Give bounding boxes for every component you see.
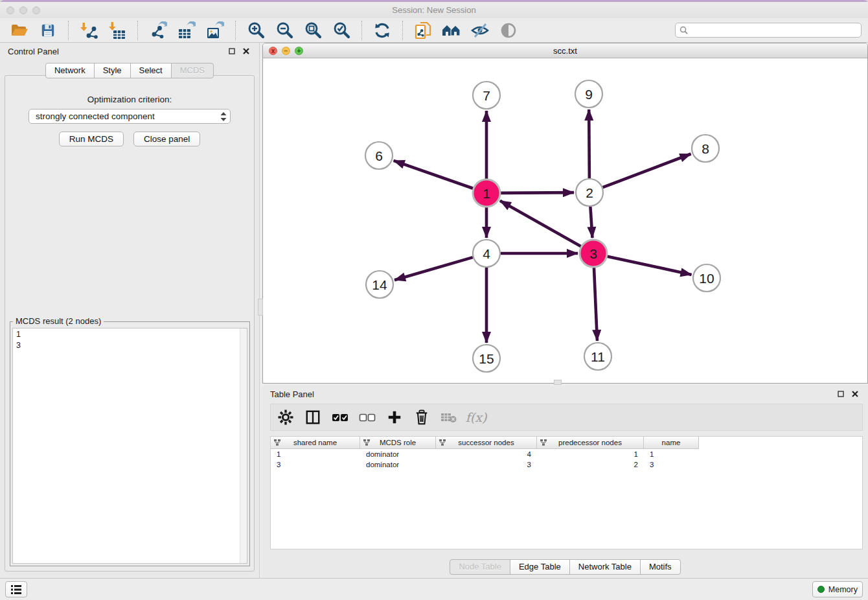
new-network-from-selection-button[interactable]	[410, 20, 436, 41]
deselect-all-button[interactable]	[358, 408, 377, 427]
close-panel-action-button[interactable]: Close panel	[133, 132, 200, 146]
table-cell[interactable]: 3	[644, 461, 698, 468]
task-history-button[interactable]	[5, 581, 27, 597]
tab-style[interactable]: Style	[94, 63, 131, 78]
node-label: 2	[586, 185, 593, 200]
select-all-button[interactable]	[330, 408, 350, 427]
search-field[interactable]	[675, 23, 862, 38]
table-cell[interactable]: 1	[271, 450, 360, 458]
criterion-dropdown[interactable]: strongly connected component	[29, 109, 231, 124]
graph-node-6[interactable]: 6	[365, 142, 393, 169]
table-cell[interactable]: dominator	[360, 450, 436, 458]
column-header-shared-name[interactable]: shared name	[271, 437, 360, 448]
graph-node-7[interactable]: 7	[473, 82, 500, 109]
graph-node-3[interactable]: 3	[580, 240, 607, 267]
graph-edge-2-8[interactable]	[603, 154, 691, 188]
table-cell[interactable]: dominator	[360, 461, 436, 468]
close-window-button[interactable]	[6, 6, 14, 14]
zoom-out-button[interactable]	[271, 20, 297, 41]
graph-edge-4-14[interactable]	[394, 257, 473, 280]
close-view-button[interactable]: x	[269, 47, 277, 55]
splitter-handle-vertical[interactable]	[258, 299, 263, 316]
table-cell[interactable]: 3	[271, 461, 360, 468]
table-settings-button[interactable]	[276, 408, 295, 427]
graph-node-10[interactable]: 10	[693, 264, 720, 292]
table-cell[interactable]: 4	[436, 450, 537, 458]
import-table-button[interactable]	[104, 20, 130, 41]
graph-node-14[interactable]: 14	[366, 271, 393, 298]
column-header-name[interactable]: name	[644, 437, 698, 448]
splitter-handle-horizontal[interactable]	[554, 380, 562, 385]
hierarchy-icon	[540, 439, 547, 446]
graph-edge-3-10[interactable]	[607, 257, 691, 275]
refresh-layout-button[interactable]	[369, 20, 395, 41]
table-cell[interactable]: 1	[537, 450, 644, 458]
add-column-button[interactable]	[385, 408, 404, 427]
graph-node-9[interactable]: 9	[575, 80, 602, 108]
graph-edge-2-3[interactable]	[590, 207, 592, 238]
zoom-window-button[interactable]	[32, 6, 40, 14]
column-header-successor-nodes[interactable]: successor nodes	[436, 437, 537, 448]
tab-mcds[interactable]: MCDS	[171, 63, 214, 78]
table-row[interactable]: 3dominator323	[271, 459, 862, 470]
network-canvas[interactable]: 1234678910111415	[263, 58, 867, 383]
minimize-window-button[interactable]	[19, 6, 27, 14]
table-cell[interactable]: 1	[644, 450, 698, 458]
close-table-panel-button[interactable]	[850, 389, 860, 399]
graph-edge-1-2[interactable]	[501, 192, 574, 193]
open-session-button[interactable]	[6, 20, 32, 41]
graph-node-2[interactable]: 2	[576, 179, 603, 206]
zoom-fit-button[interactable]	[300, 20, 326, 41]
delete-columns-button[interactable]	[412, 408, 431, 427]
graph-node-8[interactable]: 8	[692, 135, 719, 162]
graph-edge-3-1[interactable]	[500, 201, 581, 246]
zoom-selected-button[interactable]	[328, 20, 354, 41]
import-network-button[interactable]	[76, 20, 102, 41]
table-cell[interactable]: 3	[436, 461, 537, 468]
graph-node-4[interactable]: 4	[473, 240, 500, 267]
graph-edge-1-6[interactable]	[394, 161, 474, 189]
graph-node-11[interactable]: 11	[584, 343, 611, 370]
graph-edge-2-9[interactable]	[589, 110, 589, 178]
zoom-view-button[interactable]: +	[295, 47, 303, 55]
column-header-predecessor-nodes[interactable]: predecessor nodes	[537, 437, 644, 448]
export-table-button[interactable]	[174, 20, 200, 41]
export-image-button[interactable]	[202, 20, 228, 41]
control-panel-title: Control Panel	[8, 47, 59, 56]
graph-edge-3-11[interactable]	[594, 268, 597, 341]
tab-edge-table[interactable]: Edge Table	[510, 559, 570, 575]
mcds-result-text[interactable]: 13	[12, 328, 247, 564]
tab-network-table[interactable]: Network Table	[569, 559, 641, 575]
function-builder-button[interactable]: f(x)	[466, 408, 486, 427]
tab-motifs[interactable]: Motifs	[640, 559, 681, 575]
run-mcds-button[interactable]: Run MCDS	[59, 132, 124, 146]
table-cell[interactable]: 2	[537, 461, 644, 468]
graph-node-15[interactable]: 15	[473, 345, 500, 372]
graph-node-1[interactable]: 1	[473, 179, 500, 207]
first-neighbors-button[interactable]	[439, 20, 464, 41]
node-table[interactable]: shared nameMCDS rolesuccessor nodesprede…	[270, 436, 863, 549]
result-scrollbar[interactable]	[240, 329, 247, 563]
split-panel-button[interactable]	[303, 408, 323, 427]
show-all-button[interactable]	[496, 20, 521, 41]
table-row[interactable]: 1dominator411	[271, 449, 862, 459]
zoom-in-button[interactable]	[243, 20, 269, 41]
float-table-panel-button[interactable]	[836, 389, 846, 399]
search-input[interactable]	[691, 25, 857, 36]
hide-selected-button[interactable]	[467, 20, 493, 41]
status-bar: Memory	[0, 578, 868, 600]
minimize-view-button[interactable]: −	[282, 47, 290, 55]
memory-button[interactable]: Memory	[812, 581, 863, 597]
list-icon	[10, 584, 22, 595]
export-network-button[interactable]	[145, 20, 171, 41]
delete-table-button[interactable]	[439, 408, 459, 427]
column-header-mcds-role[interactable]: MCDS role	[360, 437, 436, 448]
save-session-button[interactable]	[35, 20, 61, 41]
node-label: 9	[585, 87, 593, 102]
float-panel-button[interactable]	[227, 46, 237, 56]
close-panel-button[interactable]	[241, 46, 251, 56]
tab-node-table[interactable]: Node Table	[450, 559, 510, 575]
zoom-fit-icon	[304, 21, 322, 39]
tab-select[interactable]: Select	[130, 63, 172, 78]
tab-network[interactable]: Network	[45, 63, 95, 78]
